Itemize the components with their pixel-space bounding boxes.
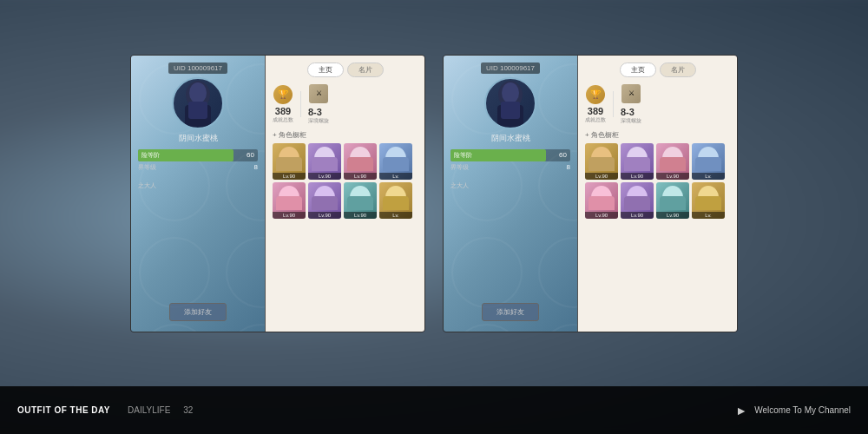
char-cell-2-1-1: Lv.90 — [621, 182, 654, 219]
avatar-svg-1 — [176, 79, 220, 127]
char-body — [383, 196, 409, 210]
tab-card-2[interactable]: 名片 — [660, 62, 696, 77]
tag-number: 32 — [183, 405, 193, 415]
exp-val-2: 60 — [559, 151, 570, 159]
tag-outfit: OUTFIT OF THE DAY — [17, 405, 110, 415]
svg-point-6 — [502, 82, 519, 103]
char-level-2-1-0: Lv.90 — [585, 212, 618, 219]
nickname-row-1: 之大人 — [131, 174, 265, 193]
char-body — [695, 157, 721, 171]
exp-bar-row-1: 险等阶 60 — [131, 149, 265, 161]
stats-row-1: 🏆 389 成就总数 ⚔ 8-3 深境螺旋 — [273, 84, 418, 125]
add-friend-btn-1[interactable]: 添加好友 — [169, 303, 227, 321]
char-level-1-1-1: Lv.90 — [308, 212, 341, 219]
world-label-1: 界等级 — [138, 163, 156, 172]
spiral-label-2: 深境螺旋 — [621, 117, 641, 125]
spiral-label-1: 深境螺旋 — [308, 117, 329, 125]
char-cell-2-1-0: Lv.90 — [585, 182, 618, 219]
char-cell-1-0-3: Lv. — [379, 143, 412, 180]
char-row-2-0: Lv.90 Lv.90 Lv.90 Lv — [585, 143, 730, 180]
stat-sep-1 — [300, 91, 301, 117]
char-cell-2-1-3: Lv. — [692, 182, 725, 219]
world-label-2: 界等级 — [450, 163, 469, 172]
spiral-icon-1: ⚔ — [309, 84, 328, 103]
spiral-val-2: 8-3 — [621, 107, 641, 117]
achievement-label-1: 成就总数 — [273, 116, 293, 124]
stat-sep-2 — [613, 91, 614, 117]
nickname-row-2: 之大人 — [444, 174, 577, 193]
char-body — [312, 157, 338, 171]
char-body — [276, 157, 302, 171]
tab-row-1: 主页 名片 — [273, 62, 418, 77]
avatar-svg-2 — [489, 79, 532, 127]
char-cell-1-0-0: Lv.90 — [273, 143, 306, 180]
tab-card-1[interactable]: 名片 — [347, 62, 384, 77]
char-body — [383, 157, 409, 171]
play-arrow-icon: ► — [735, 404, 747, 418]
achievement-val-2: 389 — [588, 106, 603, 116]
spiral-icon-2: ⚔ — [621, 84, 641, 103]
achievement-icon-1: 🏆 — [273, 85, 293, 104]
achievement-block-2: 🏆 389 成就总数 — [585, 85, 606, 124]
char-level-1-0-2: Lv.90 — [344, 173, 377, 180]
world-row-2: 界等级 8 — [444, 163, 577, 174]
exp-label-1: 险等阶 — [138, 151, 163, 160]
char-body — [312, 196, 338, 210]
tab-main-1[interactable]: 主页 — [307, 62, 344, 77]
achievement-val-1: 389 — [275, 106, 291, 116]
char-body — [347, 196, 373, 210]
char-level-2-1-3: Lv. — [692, 212, 725, 219]
stats-row-2: 🏆 389 成就总数 ⚔ 8-3 深境螺旋 — [585, 84, 730, 125]
char-level-2-0-3: Lv. — [692, 173, 725, 180]
bottom-right: ► Welcome To My Channel — [735, 404, 851, 418]
char-body — [276, 196, 302, 210]
add-friend-btn-2[interactable]: 添加好友 — [482, 303, 539, 321]
char-section-label-1: + 角色橱柜 — [273, 130, 418, 140]
uid-badge-1: UID 100009617 — [168, 62, 227, 74]
char-body — [660, 157, 686, 171]
char-level-2-1-2: Lv.90 — [656, 212, 689, 219]
uid-badge-2: UID 100009617 — [481, 62, 540, 74]
game-card-1: UID 100009617 阴间水蜜桃 险等阶 60 — [130, 55, 425, 332]
nickname-2: 之大人 — [450, 182, 469, 188]
top-area: UID 100009617 阴间水蜜桃 险等阶 60 — [0, 0, 868, 386]
card-right-2: 主页 名片 🏆 389 成就总数 ⚔ 8-3 深境螺旋 — [578, 56, 737, 332]
char-cell-2-0-1: Lv.90 — [621, 143, 654, 180]
achievement-icon-2: 🏆 — [586, 85, 605, 104]
char-level-2-0-1: Lv.90 — [621, 173, 654, 180]
char-level-1-1-2: Lv.90 — [344, 212, 377, 219]
char-body — [624, 196, 650, 210]
char-body — [695, 196, 721, 210]
char-level-2-0-2: Lv.90 — [656, 173, 689, 180]
char-cell-1-0-1: Lv.90 — [308, 143, 341, 180]
char-body — [624, 157, 650, 171]
char-cell-1-1-3: Lv. — [379, 182, 412, 219]
char-level-1-0-0: Lv.90 — [273, 173, 306, 180]
card-left-1: UID 100009617 阴间水蜜桃 险等阶 60 — [131, 56, 266, 332]
world-row-1: 界等级 8 — [131, 163, 265, 174]
char-name-1: 阴间水蜜桃 — [179, 133, 218, 144]
char-cell-1-0-2: Lv.90 — [344, 143, 377, 180]
char-cell-2-0-2: Lv.90 — [656, 143, 689, 180]
avatar-circle-2 — [484, 77, 536, 129]
bottom-bar: OUTFIT OF THE DAY DAILYLIFE 32 ► Welcome… — [0, 386, 868, 434]
achievement-block-1: 🏆 389 成就总数 — [273, 85, 293, 124]
tab-row-2: 主页 名片 — [585, 62, 730, 77]
game-card-2: UID 100009617 阴间水蜜桃 险等阶 60 — [443, 55, 738, 332]
channel-text: Welcome To My Channel — [754, 405, 851, 415]
char-body — [660, 196, 686, 210]
avatar-circle-1 — [172, 77, 224, 129]
spiral-block-2: ⚔ 8-3 深境螺旋 — [621, 84, 641, 125]
char-section-label-2: + 角色橱柜 — [585, 130, 730, 140]
char-level-1-1-0: Lv.90 — [273, 212, 306, 219]
svg-rect-7 — [501, 102, 520, 119]
play-container: ► Welcome To My Channel — [735, 404, 851, 418]
card-right-1: 主页 名片 🏆 389 成就总数 ⚔ 8-3 深境螺旋 — [266, 56, 424, 332]
char-cell-2-1-2: Lv.90 — [656, 182, 689, 219]
world-val-2: 8 — [567, 163, 570, 171]
char-level-2-1-1: Lv.90 — [621, 212, 654, 219]
char-cell-1-1-2: Lv.90 — [344, 182, 377, 219]
main-container: UID 100009617 阴间水蜜桃 险等阶 60 — [0, 0, 868, 434]
svg-point-2 — [189, 82, 207, 103]
tab-main-2[interactable]: 主页 — [620, 62, 656, 77]
